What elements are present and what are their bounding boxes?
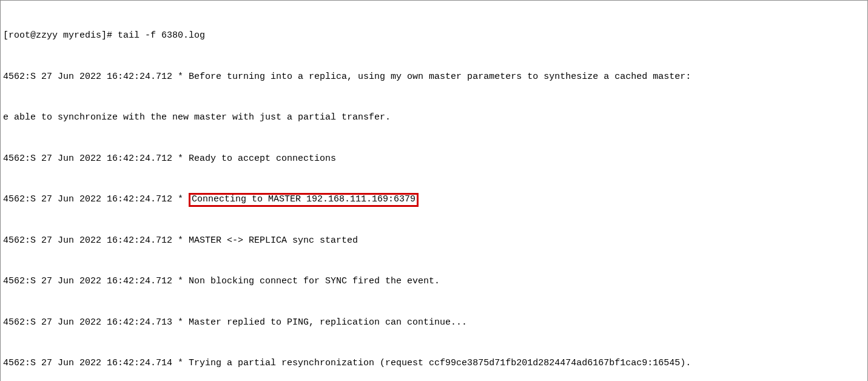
log-line: 4562:S 27 Jun 2022 16:42:24.714 * Trying…	[3, 357, 865, 371]
log-line: 4562:S 27 Jun 2022 16:42:24.712 * Connec…	[3, 193, 865, 207]
shell-prompt: [root@zzyy myredis]#	[3, 30, 118, 41]
log-line: 4562:S 27 Jun 2022 16:42:24.712 * Ready …	[3, 152, 865, 166]
log-line: 4562:S 27 Jun 2022 16:42:24.713 * Master…	[3, 316, 865, 330]
prompt-line: [root@zzyy myredis]# tail -f 6380.log	[3, 29, 865, 43]
log-prefix: 4562:S 27 Jun 2022 16:42:24.712 *	[3, 194, 189, 204]
shell-command: tail -f 6380.log	[118, 30, 205, 41]
log-line: 4562:S 27 Jun 2022 16:42:24.712 * Before…	[3, 70, 865, 84]
log-line: 4562:S 27 Jun 2022 16:42:24.712 * MASTER…	[3, 234, 865, 248]
log-line: e able to synchronize with the new maste…	[3, 111, 865, 125]
terminal-pane-top[interactable]: [root@zzyy myredis]# tail -f 6380.log 45…	[0, 0, 868, 381]
log-line: 4562:S 27 Jun 2022 16:42:24.712 * Non bl…	[3, 275, 865, 289]
highlight-connecting-master: Connecting to MASTER 192.168.111.169:637…	[189, 193, 419, 207]
